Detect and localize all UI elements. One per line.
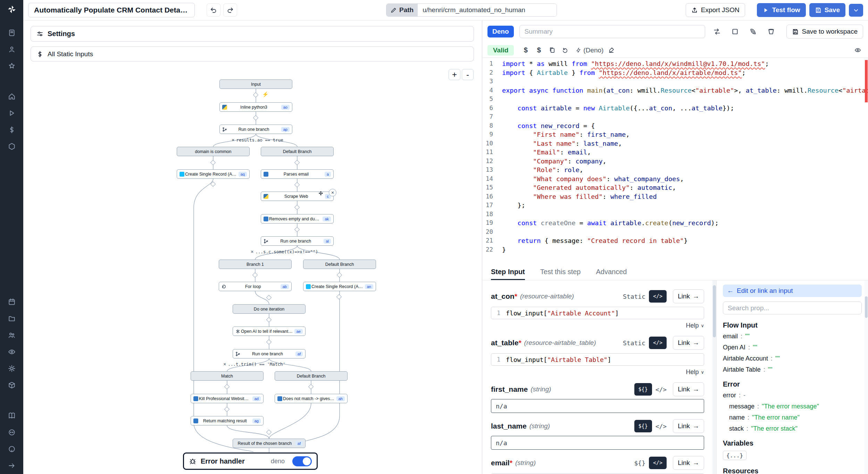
edit-or-link-input-button[interactable]: ←Edit or link an input [723,285,862,297]
link-input-button[interactable]: Link→ [673,456,704,470]
props-scrollbar[interactable] [865,280,868,474]
prop-row[interactable]: Airtable Account:"" [723,355,862,362]
flow-node-openai-relevant[interactable]: Open AI to tell if relevant resultae [233,327,306,336]
expression-input[interactable]: 1 flow_input["Airtable Table"] [491,353,704,366]
discord-icon[interactable] [5,425,19,439]
search-prop-input[interactable] [723,302,862,314]
flow-node-run-one-branch-ap[interactable]: Run one branchap [219,125,292,134]
code-mode-button[interactable]: </> [656,386,667,393]
fullscreen-icon[interactable] [729,25,741,38]
link-input-button[interactable]: Link→ [673,336,704,350]
home-icon[interactable] [5,90,19,103]
template-mode-button[interactable]: ${} [634,383,652,396]
runs-play-icon[interactable] [5,106,19,120]
preview-eye-icon[interactable] [852,45,863,56]
template-mode-button[interactable]: ${} [634,459,646,467]
flow-node-do-one-iteration[interactable]: Do one iteration [233,304,306,314]
prop-row[interactable]: email:"" [723,333,862,340]
zoom-in-button[interactable]: + [449,69,460,80]
flow-node-create-single-record-aq[interactable]: Create Single Record (Airtable)aq [177,169,250,179]
dollar-icon[interactable]: $ [533,45,544,56]
user-icon[interactable] [5,42,19,56]
redo-button[interactable] [223,3,237,17]
undo-button[interactable] [207,3,220,17]
variables-icon[interactable] [5,123,19,137]
save-dropdown-button[interactable] [849,4,863,17]
error-handler-node[interactable]: Error handler deno [183,452,318,470]
export-json-button[interactable]: Export JSON [686,3,745,17]
link-input-button[interactable]: Link→ [673,382,704,396]
flow-node-default-branch[interactable]: Default Branch [261,147,334,156]
path-chip[interactable]: Path u/henri/crm_automated_no_human [386,3,557,17]
flow-node-default-branch[interactable]: Default Branch [275,371,348,381]
move-step-button[interactable] [317,189,325,197]
diff-icon[interactable] [711,25,723,38]
collapse-sidebar-icon[interactable] [5,459,19,473]
flow-node-for-loop[interactable]: For loopab [219,282,292,291]
prop-row[interactable]: name:"The error name" [723,414,862,421]
groups-icon[interactable] [5,328,19,342]
link-input-button[interactable]: Link→ [673,419,704,433]
library-icon[interactable] [765,25,777,38]
reset-icon[interactable] [560,45,571,56]
language-badge[interactable]: Deno [487,26,514,37]
zoom-out-button[interactable]: - [462,69,474,80]
runs-icon[interactable] [5,26,19,40]
delete-step-button[interactable]: × [329,189,336,196]
prop-row[interactable]: stack:"The error stack" [723,425,862,432]
variables-object-chip[interactable]: {...} [723,451,746,460]
remove-condition-icon[interactable]: × [251,249,253,254]
schedules-icon[interactable] [5,295,19,309]
code-mode-button[interactable]: </> [649,457,667,469]
save-to-workspace-button[interactable]: Save to workspace [786,25,863,39]
flow-node-run-one-branch-af[interactable]: Run one branchaf [233,349,306,358]
static-mode-button[interactable]: Static [623,339,645,347]
code-mode-button[interactable]: </> [649,290,667,303]
error-handler-toggle[interactable] [292,456,312,466]
help-link[interactable]: Help∨ [491,368,704,376]
code-editor[interactable]: 1import * as wmill from "https://deno.la… [483,58,868,266]
static-mode-button[interactable]: Static [623,293,645,300]
tab-step-input[interactable]: Step Input [491,268,525,280]
tab-test-this-step[interactable]: Test this step [540,268,581,280]
link-input-button[interactable]: Link→ [673,289,704,303]
clipboard-icon[interactable] [546,45,558,56]
github-icon[interactable] [5,442,19,456]
remove-condition-icon[interactable]: × [232,137,234,143]
flow-settings-bar[interactable]: Settings [31,26,474,42]
flow-node-run-one-branch-al[interactable]: Run one branchal [261,236,334,246]
code-mode-button[interactable]: </> [656,423,667,430]
expression-input[interactable]: 1 flow_input["Airtable Account"] [491,307,704,319]
dollar-icon[interactable]: $ [520,45,531,56]
code-mode-button[interactable]: </> [649,337,667,349]
prop-row[interactable]: error:- [723,392,862,399]
flow-node-branch-match[interactable]: Match [191,371,264,381]
prop-row[interactable]: Airtable Table:"" [723,366,862,373]
format-icon[interactable] [606,45,617,56]
assistant-icon[interactable] [747,25,759,38]
save-button[interactable]: Save [809,3,845,17]
docs-icon[interactable] [5,409,19,423]
remove-condition-icon[interactable]: × [223,361,226,367]
flow-node-parses-email[interactable]: Parses emaila [261,169,334,179]
help-link[interactable]: Help∨ [491,321,704,330]
prop-row[interactable]: Open AI:"" [723,344,862,351]
flow-node-create-single-record-an[interactable]: Create Single Record (Airtable)an [303,282,376,291]
folders-icon[interactable] [5,312,19,325]
tab-advanced[interactable]: Advanced [596,268,627,280]
flow-node-default-branch[interactable]: Default Branch [303,260,376,269]
flow-node-does-not-match[interactable]: Does not match -> gives empty valueah [275,394,348,403]
flow-node-removes-empty[interactable]: Removes empty and duplicatesak [261,214,334,223]
static-inputs-bar[interactable]: All Static Inputs [31,46,474,61]
first-name-input[interactable] [491,399,704,413]
flow-title[interactable]: Automatically Populate CRM Contact Detai… [28,3,195,17]
flow-node-input[interactable]: Input [219,79,292,89]
flow-node-branch-result[interactable]: Result of the chosen branchaf [233,439,306,448]
last-name-input[interactable] [491,436,704,450]
flow-node-kill-professional-websites[interactable]: Kill Professional Websites mentionsad [191,394,264,403]
flow-node-branch-1[interactable]: Branch 1 [219,260,292,269]
windmill-logo-icon[interactable] [7,5,16,15]
prop-row[interactable]: message:"The error message" [723,403,862,410]
favorites-icon[interactable] [5,59,19,73]
summary-input[interactable] [519,25,705,38]
